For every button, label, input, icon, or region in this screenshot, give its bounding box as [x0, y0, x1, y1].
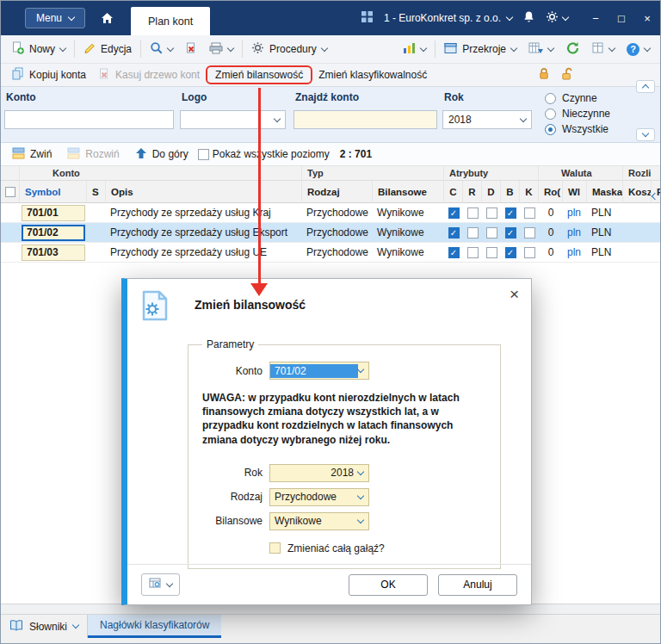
bell-icon[interactable] [523, 10, 534, 26]
attr-k-checkbox[interactable] [524, 207, 535, 219]
symbol-value[interactable]: 701/01 [22, 205, 85, 221]
ok-button[interactable]: OK [349, 574, 428, 596]
company-selector[interactable]: 1 - EuroKonkret sp. z o.o. [384, 12, 512, 24]
do-gory-button[interactable]: Do góry [129, 145, 195, 164]
help-button[interactable]: ? [621, 40, 656, 59]
attr-d-checkbox[interactable] [486, 247, 497, 258]
header-c[interactable]: C [444, 181, 463, 203]
cell-symbol[interactable]: 701/02 [20, 223, 87, 243]
pin-columns-icon[interactable] [652, 189, 658, 201]
rok-filter-combo[interactable]: 2018 [442, 110, 532, 129]
kopiuj-konta-button[interactable]: Kopiuj konta [5, 65, 92, 85]
print-button[interactable] [203, 40, 239, 59]
attr-k-checkbox[interactable] [524, 247, 535, 258]
delete-button[interactable] [179, 40, 203, 59]
maximize-button[interactable]: □ [608, 1, 634, 35]
rok-combo[interactable]: 2018 [269, 464, 369, 482]
attr-d-checkbox[interactable] [486, 207, 497, 219]
cell-symbol[interactable]: 701/01 [20, 203, 87, 223]
attr-b-checkbox[interactable] [505, 207, 516, 219]
filter-collapse-button[interactable] [636, 128, 655, 141]
konto-filter-input[interactable] [4, 110, 174, 129]
tab-plan-kont[interactable]: Plan kont [131, 7, 210, 35]
bilansowe-combo[interactable]: Wynikowe [269, 512, 369, 530]
attr-r-checkbox[interactable] [467, 247, 479, 258]
zmien-bilansowosc-button[interactable]: Zmień bilansowość [206, 65, 312, 84]
rozwin-button[interactable]: Rozwiń [61, 145, 125, 164]
slowniki-button[interactable]: Słowniki [1, 615, 88, 638]
attr-r-checkbox[interactable] [467, 227, 479, 238]
header-koszty[interactable]: Kosz [623, 181, 652, 203]
konto-combo[interactable]: 701/02 [269, 362, 369, 380]
procedury-button[interactable]: Procedury [245, 39, 333, 59]
radio-dot [545, 124, 556, 135]
attr-c-checkbox[interactable] [448, 207, 460, 219]
header-opis[interactable]: Opis [106, 181, 302, 203]
nowy-label: Nowy [29, 43, 55, 55]
apps-grid-icon[interactable] [361, 11, 373, 25]
menu-button[interactable]: Menu [25, 8, 85, 28]
header-rok[interactable]: Ro( [539, 181, 563, 203]
ribbon-collapse-button[interactable] [636, 80, 655, 93]
attr-k-checkbox[interactable] [524, 227, 535, 238]
branch-checkbox[interactable] [269, 542, 281, 554]
separator [74, 40, 75, 58]
refresh-button[interactable] [559, 39, 586, 60]
attr-d-checkbox[interactable] [486, 227, 497, 238]
cell-symbol[interactable]: 701/03 [20, 243, 87, 263]
symbol-value[interactable]: 701/02 [22, 225, 85, 241]
chart-button[interactable] [397, 40, 432, 59]
header-k[interactable]: K [520, 181, 539, 203]
close-icon[interactable]: × [510, 286, 519, 302]
kasuj-drzewo-button[interactable]: Kasuj drzewo kont [92, 65, 206, 85]
przekroje-button[interactable]: Przekroje [438, 40, 522, 59]
attr-r-checkbox[interactable] [467, 207, 479, 219]
minimize-button[interactable]: − [583, 1, 608, 35]
radio-czynne[interactable]: Czynne [545, 92, 610, 104]
expand-icon [67, 147, 80, 162]
logo-filter-combo[interactable] [180, 110, 286, 129]
dialog-options-button[interactable] [141, 573, 180, 596]
table-row[interactable]: 701/01 Przychody ze sprzedaży usług Kraj… [1, 203, 660, 223]
attr-c-checkbox[interactable] [448, 247, 460, 258]
search-button[interactable] [144, 39, 179, 59]
zmien-klasyfikowalnosc-button[interactable]: Zmień klasyfikowalność [312, 66, 433, 84]
home-icon[interactable] [101, 12, 114, 24]
close-button[interactable]: × [634, 1, 660, 35]
anuluj-button[interactable]: Anuluj [438, 574, 517, 596]
rodzaj-combo[interactable]: Przychodowe [269, 488, 369, 506]
radio-wszystkie[interactable]: Wszystkie [545, 123, 610, 135]
table-row[interactable]: 701/02 Przychody ze sprzedaży usług Eksp… [1, 223, 660, 243]
grid-arrow-button[interactable] [522, 40, 559, 59]
table-row[interactable]: 701/03 Przychody ze sprzedaży usług UE P… [1, 243, 660, 263]
attr-b-checkbox[interactable] [505, 247, 516, 258]
layout-button[interactable] [586, 40, 621, 59]
pokaz-poziomy-checkbox[interactable] [198, 149, 209, 160]
header-s[interactable]: S [87, 181, 106, 203]
annotation-arrow-line [258, 88, 261, 285]
header-d[interactable]: D [482, 181, 501, 203]
tab-naglowki-klasyfikatorow[interactable]: Nagłówki klasyfikatorów [88, 615, 221, 638]
up-arrow-icon [135, 147, 147, 162]
header-rodzaj[interactable]: Rodzaj [302, 181, 373, 203]
header-symbol[interactable]: Symbol [20, 181, 87, 203]
lock-open-icon[interactable] [560, 67, 574, 83]
header-wl[interactable]: Wl [563, 181, 587, 203]
header-r[interactable]: R [463, 181, 482, 203]
select-all-checkbox[interactable] [5, 187, 15, 197]
settings-button[interactable] [546, 10, 568, 26]
zwin-button[interactable]: Zwiń [6, 145, 58, 164]
edycja-button[interactable]: Edycja [77, 40, 138, 59]
do-gory-label: Do góry [152, 148, 188, 160]
lock-closed-icon[interactable] [538, 67, 550, 83]
znajdz-konto-input[interactable] [293, 110, 437, 129]
attr-c-checkbox[interactable] [448, 227, 460, 238]
header-bilansowe[interactable]: Bilansowe [373, 181, 444, 203]
radio-nieczynne[interactable]: Nieczynne [545, 108, 610, 120]
attr-b-checkbox[interactable] [505, 227, 516, 238]
header-b[interactable]: B [501, 181, 520, 203]
cell-gutter [1, 223, 20, 243]
header-maska[interactable]: Maska [587, 181, 623, 203]
symbol-value[interactable]: 701/03 [22, 245, 85, 261]
nowy-button[interactable]: Nowy [5, 39, 71, 59]
